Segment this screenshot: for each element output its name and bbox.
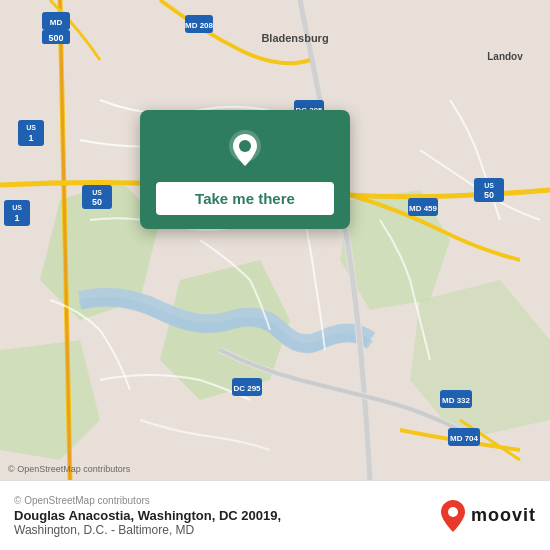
svg-text:1: 1 (14, 213, 19, 223)
svg-text:DC 295: DC 295 (233, 384, 261, 393)
info-bar: © OpenStreetMap contributors Douglas Ana… (0, 480, 550, 550)
svg-text:US: US (12, 204, 22, 211)
map-svg: MD 500 MD 208 US 1 US 1 US 50 US 50 MD 4… (0, 0, 550, 480)
location-subtitle: Washington, D.C. - Baltimore, MD (14, 523, 281, 537)
moovit-logo: moovit (439, 498, 536, 534)
location-pin-icon (223, 128, 267, 172)
svg-text:50: 50 (92, 197, 102, 207)
svg-text:50: 50 (484, 190, 494, 200)
svg-text:US: US (26, 124, 36, 131)
svg-text:Landov: Landov (487, 51, 523, 62)
svg-text:MD: MD (50, 18, 63, 27)
svg-text:Bladensburg: Bladensburg (261, 32, 328, 44)
svg-point-38 (239, 140, 251, 152)
svg-text:1: 1 (28, 133, 33, 143)
svg-text:MD 704: MD 704 (450, 434, 479, 443)
svg-text:US: US (92, 189, 102, 196)
moovit-pin-icon (439, 498, 467, 534)
map-container: MD 500 MD 208 US 1 US 1 US 50 US 50 MD 4… (0, 0, 550, 480)
svg-point-39 (448, 507, 458, 517)
take-me-there-button[interactable]: Take me there (156, 182, 334, 215)
svg-text:MD 208: MD 208 (185, 21, 214, 30)
svg-text:500: 500 (48, 33, 63, 43)
svg-text:MD 332: MD 332 (442, 396, 471, 405)
svg-text:US: US (484, 182, 494, 189)
svg-text:MD 459: MD 459 (409, 204, 438, 213)
location-title: Douglas Anacostia, Washington, DC 20019, (14, 508, 281, 523)
svg-text:© OpenStreetMap contributors: © OpenStreetMap contributors (8, 464, 131, 474)
overlay-card: Take me there (140, 110, 350, 229)
copyright-text: © OpenStreetMap contributors (14, 495, 281, 506)
info-text: © OpenStreetMap contributors Douglas Ana… (14, 495, 281, 537)
moovit-wordmark: moovit (471, 505, 536, 526)
